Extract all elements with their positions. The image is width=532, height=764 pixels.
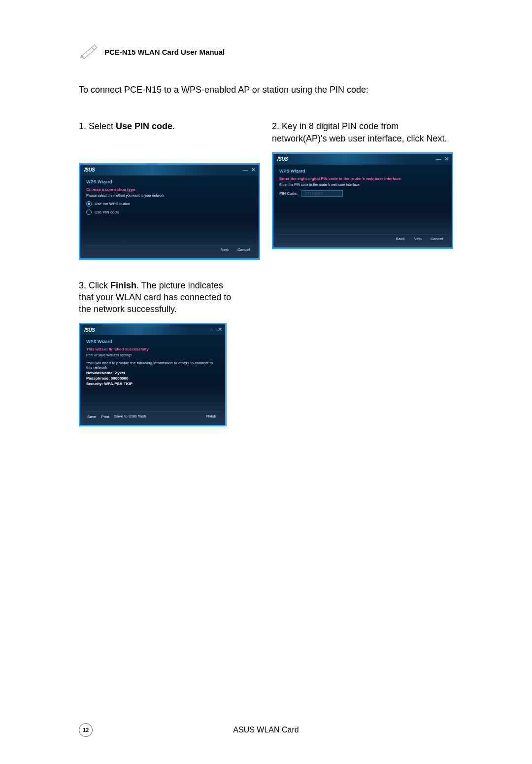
pin-code-input[interactable]: 57718910 <box>301 190 343 197</box>
save-button[interactable]: Save <box>87 415 96 419</box>
print-button[interactable]: Print <box>101 415 109 419</box>
screenshot-enter-pin: /SUS — ✕ WPS Wizard Enter the eight-digi… <box>272 152 453 249</box>
intro-text: To connect PCE-N15 to a WPS-enabled AP o… <box>79 84 453 96</box>
back-button[interactable]: Back <box>394 236 407 242</box>
page-number: 12 <box>79 723 93 737</box>
cancel-button[interactable]: Cancel <box>429 236 445 242</box>
pen-icon <box>79 44 100 59</box>
asus-logo: /SUS <box>277 156 288 162</box>
dlg3-note: *You will need to provide the following … <box>86 361 219 370</box>
minimize-icon[interactable]: — <box>243 167 248 173</box>
screenshot-wizard-finished: /SUS — ✕ WPS Wizard This wizard finished… <box>79 323 227 426</box>
dlg2-title: Enter the eight-digital PIN code in the … <box>279 176 446 181</box>
finish-button[interactable]: Finish <box>204 414 218 419</box>
dlg3-title: This wizard finished successfully <box>86 347 219 351</box>
minimize-icon[interactable]: — <box>209 326 215 333</box>
screenshot-choose-connection: /SUS — ✕ WPS Wizard Choose a connection … <box>79 163 260 260</box>
asus-logo: /SUS <box>84 167 95 173</box>
close-icon[interactable]: ✕ <box>251 167 256 173</box>
asus-logo: /SUS <box>84 327 95 333</box>
save-usb-button[interactable]: Save to USB flash <box>114 415 146 419</box>
minimize-icon[interactable]: — <box>436 156 441 162</box>
cancel-button[interactable]: Cancel <box>235 247 252 252</box>
page-header-title: PCE-N15 WLAN Card User Manual <box>104 48 225 56</box>
close-icon[interactable]: ✕ <box>444 156 449 162</box>
pin-code-label: PIN Code: <box>279 191 298 196</box>
radio-use-pin-code[interactable]: Use PIN code <box>86 209 253 215</box>
wps-wizard-label: WPS Wizard <box>279 169 446 174</box>
footer-text: ASUS WLAN Card <box>233 726 299 734</box>
radio-use-wps-button[interactable]: Use the WPS button <box>86 201 253 207</box>
dlg3-hint: Print or save wireless settings <box>86 353 219 357</box>
dlg1-title: Choose a connection type <box>86 187 253 192</box>
step-1: 1. Select Use PIN code. <box>79 120 260 132</box>
dlg2-hint: Enter the PIN code in the router's web u… <box>279 183 446 186</box>
step-2: 2. Key in 8 digital PIN code from networ… <box>272 120 453 144</box>
dlg1-hint: Please select the method you want to you… <box>86 194 253 197</box>
close-icon[interactable]: ✕ <box>218 326 222 333</box>
step-3: 3. Click Finish. The picture indicates t… <box>79 279 236 315</box>
next-button[interactable]: Next <box>219 247 231 252</box>
next-button[interactable]: Next <box>412 236 424 242</box>
wps-wizard-label: WPS Wizard <box>86 179 253 184</box>
wps-wizard-label: WPS Wizard <box>86 339 219 344</box>
